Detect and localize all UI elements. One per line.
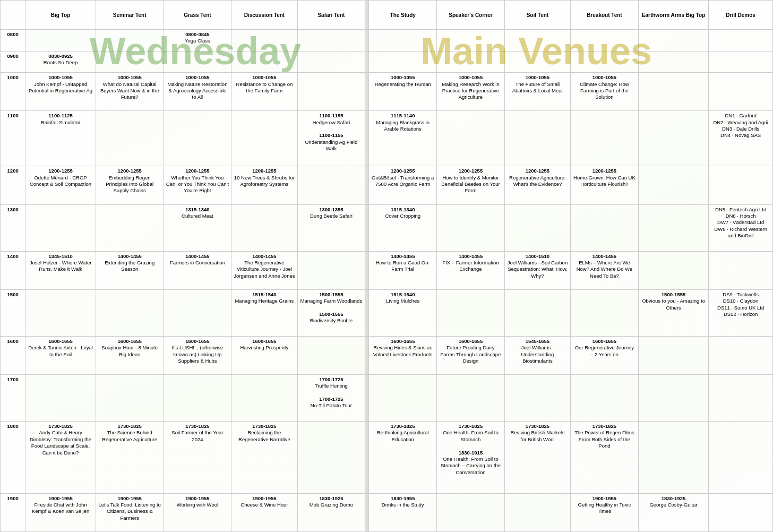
divider-header bbox=[365, 1, 369, 30]
grass-0800: 0800-0845 Yoga Class bbox=[164, 30, 231, 52]
discussion-1100 bbox=[231, 111, 297, 166]
seminar-1800: 1730-1825 The Science Behind Regenerativ… bbox=[96, 422, 164, 494]
breakout-1400: 1400-1455 ELMs – Where Are We Now? And W… bbox=[571, 251, 639, 289]
seminar-0900 bbox=[96, 51, 164, 73]
earthworm-1800 bbox=[638, 422, 708, 494]
earthworm-1600 bbox=[638, 336, 708, 374]
time-1700: 1700 bbox=[1, 375, 25, 422]
study-1300: 1315-1340 Cover Cropping bbox=[369, 204, 437, 251]
bigtop-1100: 1100-1125 Rainfall Simulator bbox=[25, 111, 96, 166]
soil-1900 bbox=[504, 493, 570, 531]
time-1500: 1500 bbox=[1, 289, 25, 336]
earthworm-1500: 1500-1555 Obvious to you - Amazing to Ot… bbox=[638, 289, 708, 336]
speakers-1600: 1600-1655 Future Proofing Dairy Farms Th… bbox=[437, 336, 505, 374]
speakers-1000: 1000-1055 Making Research Work in Practi… bbox=[437, 73, 505, 111]
soil-1500 bbox=[504, 289, 570, 336]
soil-1100 bbox=[504, 111, 570, 166]
study-1900: 1830-1955 Drinks in the Study bbox=[369, 493, 437, 531]
soil-0800 bbox=[504, 30, 570, 52]
study-1600: 1600-1655 Reviving Hides & Skins as Valu… bbox=[369, 336, 437, 374]
speakers-1300 bbox=[437, 204, 505, 251]
divider-1400 bbox=[365, 251, 369, 289]
discussion-0800 bbox=[231, 30, 297, 52]
earthworm-1300 bbox=[638, 204, 708, 251]
schedule-wrapper: Wednesday Main Venues Big Top Seminar Te… bbox=[0, 0, 773, 532]
row-1400: 1400 1345-1510 Josef Holzer - Where Wate… bbox=[1, 251, 773, 289]
row-1200: 1200 1200-1255 Odette Ménard - CROP Conc… bbox=[1, 166, 773, 204]
time-0800: 0800 bbox=[1, 30, 25, 52]
row-0800: 0800 0800-0845 Yoga Class bbox=[1, 30, 773, 52]
discussion-1800: 1730-1825 Reclaiming the Regenerative Na… bbox=[231, 422, 297, 494]
breakout-0800 bbox=[571, 30, 639, 52]
safari-1400 bbox=[297, 251, 365, 289]
bigtop-0900: 0830-0925 Roots So Deep bbox=[25, 51, 96, 73]
bigtop-1600: 1600-1655 Derek & Tannis Axten - Loyal t… bbox=[25, 336, 96, 374]
bigtop-0800 bbox=[25, 30, 96, 52]
study-1500: 1515-1540 Living Mulches bbox=[369, 289, 437, 336]
breakout-1300 bbox=[571, 204, 639, 251]
earthworm-1400 bbox=[638, 251, 708, 289]
discussion-0900 bbox=[231, 51, 297, 73]
seminar-1900: 1900-1955 Let's Talk Food: Listening to … bbox=[96, 493, 164, 531]
study-1700 bbox=[369, 375, 437, 422]
soil-header: Soil Tent bbox=[504, 1, 570, 30]
breakout-1200: 1200-1255 Home-Grown: How Can UK Horticu… bbox=[571, 166, 639, 204]
divider-1000 bbox=[365, 73, 369, 111]
soil-1600: 1545-1655 Joel Williams - Understanding … bbox=[504, 336, 570, 374]
header-row: Big Top Seminar Tent Grass Tent Discussi… bbox=[1, 1, 773, 30]
grass-header: Grass Tent bbox=[164, 1, 231, 30]
bigtop-1000: 1000-1055 John Kempf - Untapped Potentia… bbox=[25, 73, 96, 111]
time-1100: 1100 bbox=[1, 111, 25, 166]
grass-1800: 1730-1825 Soil Farmer of the Year 2024 bbox=[164, 422, 231, 494]
time-1000: 1000 bbox=[1, 73, 25, 111]
speakers-1200: 1200-1255 How to Identify & Monitor Bene… bbox=[437, 166, 505, 204]
grass-1400: 1400-1455 Farmers in Conversation bbox=[164, 251, 231, 289]
time-0900: 0900 bbox=[1, 51, 25, 73]
safari-1300: 1300-1355 Dung Beetle Safari bbox=[297, 204, 365, 251]
speakers-1700 bbox=[437, 375, 505, 422]
row-0900: 0900 0830-0925 Roots So Deep bbox=[1, 51, 773, 73]
discussion-1200: 1200-1255 10 New Trees & Shrubs for Agro… bbox=[231, 166, 297, 204]
drill-1000 bbox=[709, 73, 773, 111]
divider-0800 bbox=[365, 30, 369, 52]
study-1100: 1115-1140 Managing Blackgrass in Arable … bbox=[369, 111, 437, 166]
study-0800 bbox=[369, 30, 437, 52]
breakout-1900: 1900-1955 Getting Healthy in Toxic Times bbox=[571, 493, 639, 531]
speakers-0800 bbox=[437, 30, 505, 52]
safari-1800 bbox=[297, 422, 365, 494]
discussion-header: Discussion Tent bbox=[231, 1, 297, 30]
seminar-1400: 1400-1455 Extending the Grazing Season bbox=[96, 251, 164, 289]
grass-0900 bbox=[164, 51, 231, 73]
discussion-1400: 1400-1455 The Regenerative Viticulture J… bbox=[231, 251, 297, 289]
earthworm-1200 bbox=[638, 166, 708, 204]
time-1900: 1900 bbox=[1, 493, 25, 531]
time-1300: 1300 bbox=[1, 204, 25, 251]
safari-1100: 1100-1155 Hedgerow Safari 1100-1155 Unde… bbox=[297, 111, 365, 166]
grass-1000: 1000-1055 Making Nature Restoration & Ag… bbox=[164, 73, 231, 111]
soil-1300 bbox=[504, 204, 570, 251]
breakout-1800: 1730-1825 The Power of Regen Films From … bbox=[571, 422, 639, 494]
study-1800: 1730-1825 Re-thinking Agricultural Educa… bbox=[369, 422, 437, 494]
study-1400: 1400-1455 How to Run a Good On-Farm Tria… bbox=[369, 251, 437, 289]
row-1300: 1300 1315-1340 Cultured Meat 1300-1355 D… bbox=[1, 204, 773, 251]
seminar-1100 bbox=[96, 111, 164, 166]
discussion-1700 bbox=[231, 375, 297, 422]
time-1400: 1400 bbox=[1, 251, 25, 289]
seminar-0800 bbox=[96, 30, 164, 52]
earthworm-header: Earthworm Arms Big Top bbox=[638, 1, 708, 30]
bigtop-1500 bbox=[25, 289, 96, 336]
speakers-1500 bbox=[437, 289, 505, 336]
safari-1900: 1830-1925 Mob Grazing Demo bbox=[297, 493, 365, 531]
safari-0900 bbox=[297, 51, 365, 73]
earthworm-1000 bbox=[638, 73, 708, 111]
soil-1000: 1000-1055 The Future of Small Abattoirs … bbox=[504, 73, 570, 111]
seminar-header: Seminar Tent bbox=[96, 1, 164, 30]
drill-1800 bbox=[709, 422, 773, 494]
grass-1100 bbox=[164, 111, 231, 166]
earthworm-1700 bbox=[638, 375, 708, 422]
grass-1700 bbox=[164, 375, 231, 422]
discussion-1600: 1600-1655 Harvesting Prosperity bbox=[231, 336, 297, 374]
soil-1700 bbox=[504, 375, 570, 422]
row-1600: 1600 1600-1655 Derek & Tannis Axten - Lo… bbox=[1, 336, 773, 374]
drill-1200 bbox=[709, 166, 773, 204]
